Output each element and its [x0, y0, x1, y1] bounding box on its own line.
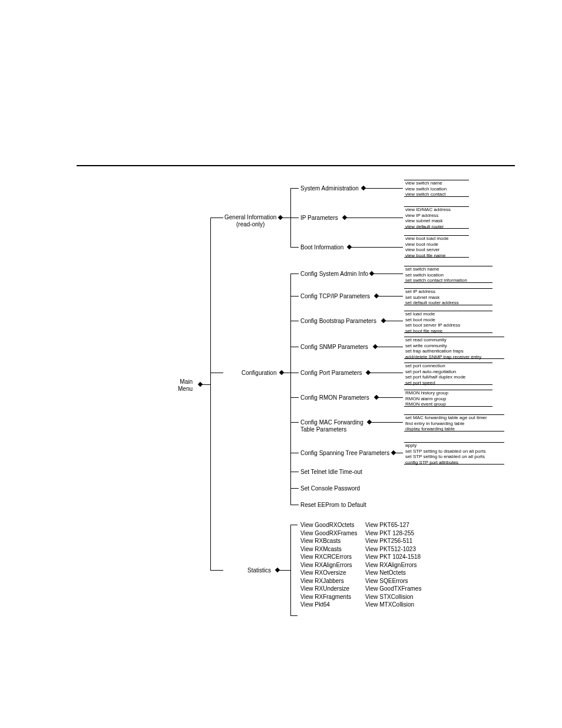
l1-general-line1: General Information — [224, 214, 276, 220]
config-bootstrap: Config Bootstrap Parameters — [300, 318, 376, 325]
stat-item: View RXAlignErrors — [365, 561, 421, 569]
stat-item: View RXAlignErrors — [300, 561, 358, 569]
connector — [378, 397, 403, 398]
bracket-l1 — [210, 218, 211, 570]
stat-item: View RXFragments — [300, 593, 358, 601]
leaf: set MAC forwarding table age out timer f… — [405, 415, 487, 432]
l1-general: General Information (read-only) — [224, 214, 276, 228]
stat-item: View MTXCollision — [365, 601, 421, 609]
connector — [290, 373, 299, 373]
leaf: RMON history group RMON alarm group RMON… — [405, 390, 448, 407]
connector — [290, 321, 299, 321]
stat-item: View RXMcasts — [300, 545, 358, 554]
config-rmon: Config RMON Parameters — [300, 394, 369, 401]
stat-item: View RXJabbers — [300, 577, 358, 585]
config-telnet: Set Telnet Idle Time-out — [300, 469, 362, 476]
connector — [290, 488, 299, 489]
general-boot: Boot Information — [300, 244, 343, 251]
stat-item: View RXUndersize — [300, 585, 358, 593]
config-tcpip: Config TCP/IP Parameters — [300, 293, 370, 300]
connector — [365, 188, 403, 189]
connector — [290, 247, 299, 248]
connector — [290, 347, 299, 347]
leaf: set read community set write community s… — [405, 337, 481, 360]
connector — [279, 570, 290, 571]
leaf: view boot load mode view boot mode view … — [405, 236, 448, 258]
root-main-menu: Main Menu — [178, 378, 193, 393]
connector — [346, 218, 403, 218]
connector — [290, 525, 297, 525]
header-rule — [77, 165, 515, 166]
connector — [290, 218, 299, 218]
stat-item: View STXCollision — [365, 593, 421, 601]
stat-item: View SQEErrors — [365, 577, 421, 585]
stat-item: View PKT 1024-1518 — [365, 553, 421, 561]
connector — [290, 472, 299, 472]
connector — [371, 422, 403, 423]
stat-item: View PKT 128-255 — [365, 529, 421, 538]
connector — [283, 373, 290, 373]
config-eeprom: Reset EEProm to Default — [300, 502, 366, 509]
leaf: set IP address set subnet mask set defau… — [405, 289, 459, 306]
l1-config: Configuration — [242, 370, 276, 377]
stats-col1: View GoodRXOctetsView GoodRXFramesView R… — [300, 521, 358, 609]
connector — [385, 321, 403, 321]
connector — [210, 570, 223, 571]
root-line1: Main — [180, 378, 193, 385]
config-sysadmin: Config System Admin Info — [300, 271, 368, 278]
connector — [290, 188, 299, 189]
bracket-stats — [290, 525, 291, 615]
config-port: Config Port Parameters — [300, 370, 362, 377]
connector — [377, 347, 403, 347]
connector — [290, 397, 299, 398]
leaf: view switch name view switch location vi… — [405, 180, 447, 197]
stat-item: View RXCRCErrors — [300, 553, 358, 561]
general-ip: IP Parameters — [300, 215, 338, 222]
connector — [290, 453, 299, 453]
stat-item: View GoodTXFrames — [365, 585, 421, 593]
stats-col2: View PKT65-127View PKT 128-255View PKT25… — [365, 521, 421, 609]
leaf: set switch name set switch location set … — [405, 266, 467, 284]
config-console: Set Console Password — [300, 485, 360, 492]
leaf: view ID/MAC address view IP address view… — [405, 207, 451, 229]
stat-item: View NetOctets — [365, 569, 421, 577]
bracket-config — [290, 274, 291, 505]
stat-item: View RXBcasts — [300, 537, 358, 545]
stat-item: View PKT512-1023 — [365, 545, 421, 554]
config-snmp: Config SNMP Parameters — [300, 344, 368, 351]
connector — [351, 247, 403, 248]
root-line2: Menu — [178, 386, 193, 392]
connector — [290, 615, 297, 616]
connector — [378, 296, 403, 297]
stat-item: View PKT256-511 — [365, 537, 421, 545]
leaf: apply set STP setting to disabled on all… — [405, 443, 485, 465]
connector — [282, 218, 290, 218]
connector — [202, 384, 210, 385]
config-mac: Config MAC Forwarding Table Parameters — [300, 419, 363, 433]
connector — [290, 422, 299, 423]
stat-item: View GoodRXOctets — [300, 521, 358, 529]
connector — [290, 296, 299, 297]
l1-stats: Statistics — [247, 567, 271, 574]
connector — [373, 274, 403, 274]
stat-item: View RXOversize — [300, 569, 358, 577]
leaf: set load mode set boot mode set boot ser… — [405, 311, 460, 334]
connector — [210, 373, 223, 373]
stat-item: View GoodRXFrames — [300, 529, 358, 538]
general-sysadmin: System Administration — [300, 185, 359, 192]
l1-general-line2: (read-only) — [236, 221, 265, 228]
leaf: set port connection set port auto-negoti… — [405, 363, 465, 386]
connector — [290, 505, 299, 505]
connector — [370, 373, 403, 373]
stat-item: View PKT65-127 — [365, 521, 421, 529]
connector — [290, 274, 299, 274]
connector — [210, 218, 223, 218]
connector — [395, 453, 403, 453]
config-stp: Config Spanning Tree Parameters — [300, 450, 389, 457]
stat-item: View Pkt64 — [300, 601, 358, 609]
